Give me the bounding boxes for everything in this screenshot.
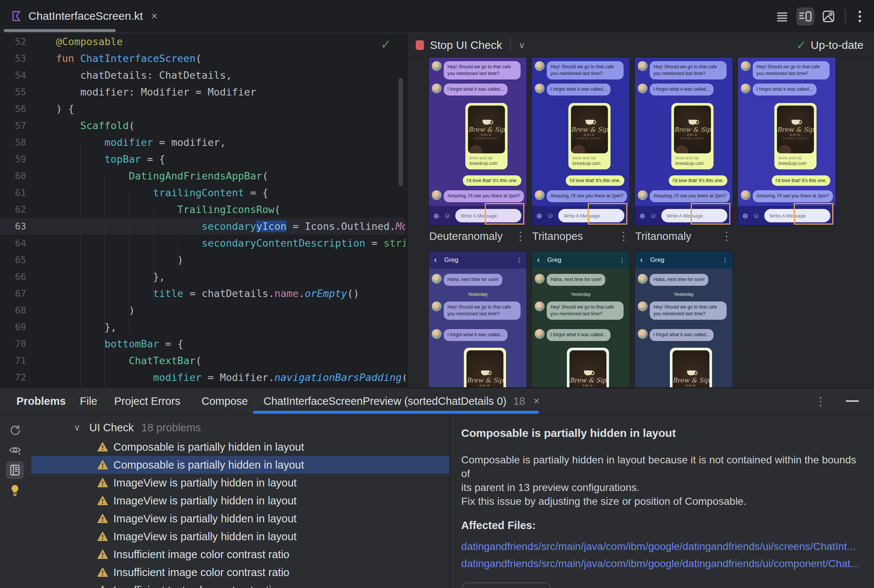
line-number: 69 — [0, 319, 26, 335]
code-line[interactable]: 62 TrailingIconsRow( — [0, 201, 405, 218]
incoming-message: Amazing, I'll see you there at 2pm? — [638, 190, 730, 202]
code-line[interactable]: 67 title = chatDetails.name.orEmpty() — [0, 285, 405, 302]
line-number: 61 — [0, 184, 26, 201]
problem-row[interactable]: ImageView is partially hidden in layout — [32, 510, 449, 528]
link-preview-card[interactable]: Brew & SipONIDCOFFEE CHSIDYbrew and sipb… — [774, 103, 817, 170]
link-preview-card[interactable]: Brew & SipONIDCOFFEE CHSIDYbrew and sipb… — [466, 103, 508, 170]
preview-panel-icon[interactable] — [6, 461, 24, 479]
preview-card[interactable]: Hey! Should we go to that cafe you menti… — [428, 57, 527, 226]
link-preview-card[interactable]: Brew & SipONIDCOFFEE CHSIDYbrew and sipb… — [464, 348, 506, 387]
preview-eye-icon[interactable] — [6, 441, 24, 459]
problem-row[interactable]: Composable is partially hidden in layout — [32, 438, 449, 456]
problem-row[interactable]: Insufficient text color contrast ratio — [32, 581, 449, 588]
code-line[interactable]: 56) { — [0, 100, 405, 117]
link-preview-card[interactable]: Brew & SipONIDCOFFEE CHSIDYbrew and sipb… — [568, 103, 611, 170]
code-line[interactable]: 72 modifier = Modifier.navigationBarsPad… — [0, 369, 405, 386]
close-icon[interactable]: × — [533, 395, 539, 407]
code-line[interactable]: 58 modifier = modifier, — [0, 134, 405, 151]
kebab-icon[interactable]: ⋮ — [815, 395, 826, 408]
incoming-message: Hey! Should we go to that cafe you menti… — [638, 61, 727, 80]
affected-file-link[interactable]: datingandfriends/src/main/java/com/ibm/g… — [461, 558, 859, 570]
code-line[interactable]: 71 ChatTextBar( — [0, 352, 405, 369]
refresh-icon[interactable] — [6, 422, 24, 440]
code-line[interactable]: 66 }, — [0, 268, 405, 285]
link-preview-card[interactable]: Brew & SipONIDCOFFEE CHSIDYbrew and sipb… — [567, 348, 609, 387]
fix-with-ai-button[interactable]: Fix with AI — [461, 582, 551, 588]
code-text: DatingAndFriendsAppBar( — [56, 168, 268, 184]
problem-row[interactable]: Composable is partially hidden in layout — [32, 456, 449, 474]
problem-row[interactable]: ImageView is partially hidden in layout — [32, 492, 449, 510]
preview-card[interactable]: ‹Greg⋮Haha, next time for sure!Yesterday… — [532, 251, 630, 387]
ide-window: ChatInterfaceScreen.kt × 52@Composable53… — [0, 0, 874, 588]
code-line[interactable]: 52@Composable — [0, 33, 405, 50]
preview-card[interactable]: ‹Greg⋮Haha, next time for sure!Yesterday… — [428, 251, 527, 387]
more-icon[interactable] — [851, 8, 869, 26]
kebab-icon[interactable]: ⋮ — [721, 230, 732, 243]
brew-sip-image: Brew & SipONIDCOFFEE CHSIDY — [777, 106, 814, 153]
link-preview-card[interactable]: Brew & SipONIDCOFFEE CHSIDYbrew and sipb… — [670, 348, 712, 387]
code-line[interactable]: 65 ) — [0, 252, 405, 268]
warning-icon — [97, 477, 108, 488]
affected-file-link[interactable]: datingandfriends/src/main/java/com/ibm/g… — [461, 541, 859, 552]
kebab-icon[interactable]: ⋮ — [618, 230, 629, 243]
tab-preview-active[interactable]: ChatInterfaceScreenPreview (sortedChatDe… — [263, 388, 540, 414]
problem-row[interactable]: ImageView is partially hidden in layout — [32, 474, 449, 492]
preview-card[interactable]: Hey! Should we go to that cafe you menti… — [532, 57, 630, 226]
preview-card[interactable]: ‹Greg⋮Haha, next time for sure!Yesterday… — [634, 251, 733, 387]
preview-card[interactable]: Hey! Should we go to that cafe you menti… — [737, 57, 836, 226]
problem-row[interactable]: ImageView is partially hidden in layout — [32, 528, 449, 546]
code-text: trailingContent = { — [56, 184, 268, 201]
chat-title: Greg — [444, 256, 458, 264]
warning-icon — [97, 549, 108, 560]
link-preview-card[interactable]: Brew & SipONIDCOFFEE CHSIDYbrew and sipb… — [671, 103, 713, 170]
code-line[interactable]: 64 secondaryContentDescription = strin — [0, 235, 405, 252]
code-line[interactable]: 59 topBar = { — [0, 151, 405, 168]
preview-card[interactable]: Hey! Should we go to that cafe you menti… — [634, 57, 733, 226]
chevron-down-icon[interactable]: ∨ — [74, 422, 81, 433]
indent-guide — [105, 176, 105, 387]
stop-ui-check-button[interactable]: Stop UI Check — [430, 39, 502, 51]
close-tab-icon[interactable]: × — [151, 10, 158, 22]
tab-compose[interactable]: Compose — [201, 388, 248, 414]
preview-label: Tritanopes — [532, 230, 583, 243]
code-view-icon[interactable] — [773, 8, 791, 26]
lightbulb-icon[interactable] — [6, 481, 24, 499]
code-editor[interactable]: 52@Composable53fun ChatInterfaceScreen(5… — [0, 33, 405, 387]
kebab-icon: ⋮ — [516, 257, 522, 264]
tab-preview-label: ChatInterfaceScreenPreview (sortedChatDe… — [263, 395, 506, 407]
code-line[interactable]: 68 ) — [0, 302, 405, 319]
split-view-icon[interactable] — [796, 8, 814, 26]
editor-tab[interactable]: ChatInterfaceScreen.kt × — [5, 4, 164, 28]
incoming-message: Amazing, I'll see you there at 2pm? — [535, 190, 627, 202]
tab-file[interactable]: File — [80, 388, 98, 414]
code-line[interactable]: 55 modifier: Modifier = Modifier — [0, 84, 405, 100]
link-url: brew&sip.com — [778, 161, 814, 166]
code-line[interactable]: 57 Scaffold( — [0, 117, 405, 134]
tab-project-errors[interactable]: Project Errors — [114, 388, 180, 414]
link-title: brew and sip — [778, 156, 814, 160]
code-line[interactable]: 70 bottomBar = { — [0, 335, 405, 352]
code-line[interactable]: 61 trailingContent = { — [0, 184, 405, 201]
inspection-ok-icon[interactable]: ✓ — [381, 37, 392, 52]
code-line[interactable]: 54 chatDetails: ChatDetails, — [0, 67, 405, 84]
tab-problems[interactable]: Problems — [17, 388, 66, 414]
chevron-down-icon[interactable]: ∨ — [518, 40, 525, 50]
stop-icon[interactable] — [416, 40, 424, 50]
code-line[interactable]: 53fun ChatInterfaceScreen( — [0, 50, 405, 67]
code-line[interactable]: 69 }, — [0, 319, 405, 335]
date-separator: Yesterday — [429, 292, 527, 297]
kebab-icon[interactable]: ⋮ — [515, 230, 526, 243]
tree-group-row[interactable]: ∨ UI Check 18 problems — [32, 418, 449, 436]
minimize-icon[interactable] — [845, 400, 859, 402]
plus-icon: ⊕ — [433, 212, 439, 220]
design-view-icon[interactable] — [820, 8, 838, 26]
problem-row[interactable]: Insufficient image color contrast ratio — [32, 563, 449, 581]
preview-label: Deuteranomaly — [429, 230, 503, 243]
problem-row[interactable]: Insufficient image color contrast ratio — [32, 546, 449, 563]
code-line[interactable]: 63 secondaryyIcon = Icons.Outlined.More — [0, 218, 405, 235]
code-text: }, — [56, 319, 117, 335]
editor-scrollbar[interactable] — [399, 78, 403, 186]
code-line[interactable]: 60 DatingAndFriendsAppBar( — [0, 168, 405, 184]
smiley-icon: ☺ — [650, 212, 657, 220]
brew-sip-image: Brew & SipONIDCOFFEE CHSIDY — [569, 350, 607, 387]
